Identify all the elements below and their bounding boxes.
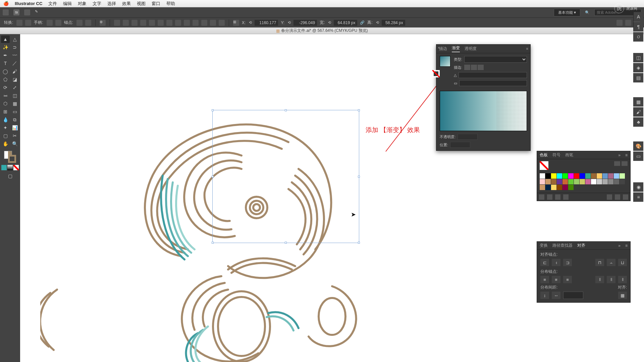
tab-pathfinder[interactable]: 路径查找器	[552, 243, 573, 248]
gradient-stroke-preview[interactable]	[432, 70, 440, 77]
opacity-input[interactable]	[458, 134, 478, 140]
align-vcenter-icon[interactable]: ⫠	[607, 259, 615, 266]
swatch-color[interactable]	[557, 173, 562, 179]
align4-icon[interactable]	[140, 20, 146, 26]
rotate-tool[interactable]: ⟳	[1, 84, 10, 91]
brushes-collapse-icon[interactable]: 🖌	[633, 107, 643, 117]
menu-view[interactable]: 视图	[137, 1, 146, 7]
swatch-color[interactable]	[540, 173, 545, 179]
swatch-color[interactable]	[551, 179, 556, 184]
link-icon[interactable]: 🔗	[360, 20, 365, 25]
handle-tr[interactable]	[358, 109, 360, 111]
handle-ml[interactable]	[212, 176, 214, 178]
sw-none-icon[interactable]	[13, 165, 19, 170]
panel-close-icon[interactable]: ×	[438, 46, 440, 50]
screen-mode-tool[interactable]: ▢	[6, 172, 14, 180]
align-top-icon[interactable]: ⊓	[595, 259, 604, 266]
eyedropper-tool[interactable]: 💧	[1, 116, 10, 123]
type-tool[interactable]: T	[1, 60, 10, 67]
libraries-icon[interactable]: ▤	[633, 73, 643, 82]
workspace-dropdown[interactable]: 基本功能 ▾	[554, 9, 580, 16]
isolate-icon[interactable]: ⊕	[100, 20, 106, 26]
glyphs-panel-icon[interactable]: O	[633, 32, 643, 42]
grad-type-select[interactable]	[464, 56, 527, 63]
link-h-icon[interactable]: ⟲	[376, 20, 379, 25]
swatch-color[interactable]	[562, 173, 568, 179]
swatch-color[interactable]	[574, 179, 579, 184]
stroke-across-icon[interactable]	[478, 65, 484, 70]
swatch-color[interactable]	[540, 185, 545, 190]
symbols-collapse-icon[interactable]: ♣	[633, 117, 643, 127]
link-xy2-icon[interactable]: ⟲	[288, 20, 291, 25]
swatches-collapse-icon[interactable]: ▦	[633, 97, 643, 107]
gradient-ramp[interactable]	[440, 91, 527, 131]
ellipse-tool[interactable]: ◯	[1, 68, 10, 75]
asset-export-icon[interactable]: ◫	[633, 53, 643, 62]
swatch-color[interactable]	[545, 179, 551, 184]
handle-tm[interactable]	[285, 109, 287, 111]
gradient-tool[interactable]: ▭	[10, 108, 19, 115]
stock-icon[interactable]: St	[13, 9, 19, 15]
menu-help[interactable]: 帮助	[166, 1, 175, 7]
dist-left-icon[interactable]: ⦀	[595, 276, 604, 283]
menu-object[interactable]: 对象	[78, 1, 87, 7]
dist-top-icon[interactable]: ≡	[540, 276, 549, 283]
swatch-color[interactable]	[591, 173, 596, 179]
angle-input[interactable]	[459, 72, 527, 78]
sw-lib-icon[interactable]	[539, 194, 544, 200]
selection-tool[interactable]: ▲	[1, 36, 10, 43]
artboards-icon[interactable]: ◈	[633, 63, 643, 72]
tab-align[interactable]: 对齐	[577, 243, 585, 248]
menu-edit[interactable]: 编辑	[63, 1, 72, 7]
swatch-color[interactable]	[540, 179, 545, 184]
al-menu-icon[interactable]: »	[618, 243, 621, 248]
shape-builder-tool[interactable]: ⬡	[1, 100, 10, 107]
align-bottom-icon[interactable]: ⊔	[618, 259, 627, 266]
align-to-selection-icon[interactable]: ▦	[618, 292, 627, 299]
x-value[interactable]: 1160.177	[255, 20, 278, 26]
menu-window[interactable]: 窗口	[152, 1, 160, 7]
swatch-color[interactable]	[545, 185, 551, 190]
document-tab[interactable]: ▦ 春分演示文件.ai* @ 567.64% (CMYK/GPU 预览)	[0, 27, 644, 34]
swatch-color[interactable]	[568, 173, 574, 179]
link-wh-icon[interactable]: ⟲	[328, 20, 331, 25]
hand-tool[interactable]: ✋	[1, 140, 10, 147]
pen-tool[interactable]: ✒	[1, 52, 10, 59]
position-input[interactable]	[450, 142, 470, 148]
tab-transparency[interactable]: 透明度	[465, 46, 477, 52]
dist-bottom-icon[interactable]: ≡	[563, 276, 572, 283]
selection-box[interactable]	[212, 110, 359, 243]
dist-vspace-icon[interactable]: ↕	[540, 292, 549, 299]
sw-delete-icon[interactable]	[623, 194, 628, 200]
prop2-icon[interactable]	[625, 20, 631, 26]
menu-select[interactable]: 选择	[107, 1, 116, 7]
swatch-color[interactable]	[585, 173, 591, 179]
artboard-tool[interactable]: ▢	[1, 132, 10, 139]
magic-wand-tool[interactable]: ✨	[1, 44, 10, 51]
swatch-color[interactable]	[602, 173, 608, 179]
align8-icon[interactable]	[175, 20, 181, 26]
gradient-collapse-icon[interactable]: ▭	[633, 152, 643, 161]
panel-menu-icon[interactable]: ≡	[526, 47, 528, 51]
sw-show-icon[interactable]	[547, 194, 552, 200]
handle-bm[interactable]	[285, 242, 287, 244]
direct-selection-tool[interactable]: △	[10, 36, 19, 43]
anchor-cut-icon[interactable]	[85, 20, 91, 26]
sw-menu-icon[interactable]: »	[618, 153, 621, 158]
al-options-icon[interactable]: ≡	[625, 243, 628, 248]
gradient-fill-preview[interactable]	[440, 56, 450, 67]
sw-grad-icon[interactable]	[7, 165, 13, 170]
swatch-color[interactable]	[585, 179, 591, 184]
swatch-color[interactable]	[574, 173, 579, 179]
swatch-color[interactable]	[614, 173, 619, 179]
dist-right-icon[interactable]: ⦀	[618, 276, 627, 283]
swatch-color[interactable]	[597, 179, 602, 184]
mesh-tool[interactable]: ⊞	[1, 108, 10, 115]
swatch-color[interactable]	[551, 173, 556, 179]
list-view-icon[interactable]	[614, 161, 620, 166]
align10-icon[interactable]	[193, 20, 199, 26]
stroke-along-icon[interactable]	[471, 65, 477, 70]
align3-icon[interactable]	[131, 20, 138, 26]
home-icon[interactable]	[3, 9, 9, 15]
blend-tool[interactable]: ⧉	[10, 116, 19, 123]
